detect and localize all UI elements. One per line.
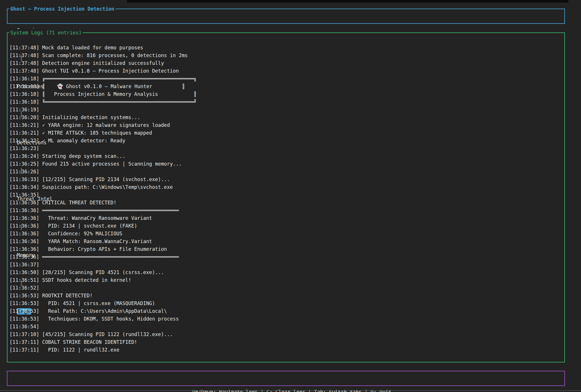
log-message: Found 215 active processes | Scanning me… [42, 161, 182, 167]
log-timestamp: [11:36:54] [9, 324, 39, 329]
log-timestamp: [11:36:20] [9, 115, 39, 120]
log-message: COBALT STRIKE BEACON IDENTIFIED! [42, 339, 137, 345]
log-list[interactable]: [11:37:48]Mock data loaded for demo purp… [9, 44, 563, 361]
log-message: [12/215] Scanning PID 2134 (svchost.exe)… [42, 176, 170, 182]
log-entry: [11:37:11] PID: 1122 | rundll32.exe [9, 346, 563, 354]
log-entry: [11:36:22]✓ ML anomaly detector: Ready [9, 137, 563, 145]
log-entry: [11:37:11]COBALT STRIKE BEACON IDENTIFIE… [9, 338, 563, 346]
log-entry: [11:36:52] [9, 284, 563, 292]
log-entry: [11:36:53]ROOTKIT DETECTED! [9, 292, 563, 300]
log-timestamp: [11:36:37] [9, 262, 39, 267]
log-timestamp: [11:36:36] [9, 223, 39, 229]
log-entry: [11:37:48]Mock data loaded for demo purp… [9, 44, 563, 52]
log-entry: [11:36:36]══════════════════════════════… [9, 207, 563, 214]
log-message: Ghost TUI v0.1.0 — Process Injection Det… [42, 68, 179, 74]
log-timestamp: [11:37:10] [9, 331, 39, 337]
log-entry: [11:36:24]Starting deep system scan... [9, 152, 563, 160]
log-entry: [11:36:54] [9, 323, 563, 331]
log-timestamp: [11:37:48] [9, 53, 39, 58]
log-timestamp: [11:36:21] [9, 122, 39, 128]
log-message: ✓ YARA engine: 12 malware signatures loa… [42, 122, 170, 128]
log-entry: [11:36:21]✓ MITRE ATT&CK: 185 techniques… [9, 129, 563, 137]
log-message: ✓ MITRE ATT&CK: 185 techniques mapped [42, 130, 152, 136]
log-entry: [11:36:25]Found 215 active processes | S… [9, 160, 563, 168]
log-entry: [11:36:36] Threat: WannaCry Ransomware V… [9, 214, 563, 222]
log-timestamp: [11:36:52] [9, 285, 39, 291]
log-entry: [11:36:26] [9, 168, 563, 176]
log-message: ╚═══════════════════════════════════════… [42, 99, 197, 105]
log-timestamp: [11:37:11] [9, 347, 39, 353]
log-timestamp: [11:36:50] [9, 269, 39, 275]
window-top-edge [127, 0, 568, 3]
log-message: ════════════════════════════════════════… [42, 254, 179, 260]
log-message: Threat: WannaCry Ransomware Variant [42, 215, 152, 221]
log-entry: [11:36:18]╚═════════════════════════════… [9, 98, 563, 106]
log-timestamp: [11:36:24] [9, 153, 39, 159]
log-timestamp: [11:37:48] [9, 60, 39, 66]
log-entry: [11:36:36] YARA Match: Ransom.WannaCry.V… [9, 238, 563, 245]
log-timestamp: [11:36:18] [9, 76, 39, 81]
log-timestamp: [11:36:26] [9, 169, 39, 174]
log-entry: [11:36:21]✓ YARA engine: 12 malware sign… [9, 121, 563, 129]
log-message: ✓ ML anomaly detector: Ready [42, 138, 125, 143]
log-entry: [11:36:20]Initializing detection systems… [9, 114, 563, 121]
log-entry: [11:37:48]Scan complete: 816 processes, … [9, 52, 563, 59]
log-timestamp: [11:36:35] [9, 192, 39, 198]
log-entry: [11:36:37] [9, 261, 563, 269]
log-timestamp: [11:36:23] [9, 145, 39, 151]
log-timestamp: [11:36:19] [9, 107, 39, 112]
log-message: Mock data loaded for demo purposes [42, 45, 143, 51]
log-timestamp: [11:36:18] [9, 99, 39, 105]
log-message: ╔═══════════════════════════════════════… [42, 76, 197, 81]
log-entry: [11:36:36] Behavior: Crypto APIs + File … [9, 245, 563, 253]
log-timestamp: [11:36:36] [9, 246, 39, 252]
log-message: CRITICAL THREAT DETECTED! [42, 200, 117, 205]
log-timestamp: [11:36:53] [9, 316, 39, 322]
log-timestamp: [11:36:36] [9, 207, 39, 213]
log-timestamp: [11:36:18] [9, 91, 39, 97]
log-timestamp: [11:36:36] [9, 200, 39, 205]
log-entry: [11:36:34]Suspicious path: C:\Windows\Te… [9, 183, 563, 191]
log-message: YARA Match: Ransom.WannaCry.Variant [42, 238, 152, 244]
log-entry: [11:36:53] PID: 4521 | csrss.exe (MASQUE… [9, 300, 563, 307]
log-timestamp: [11:36:36] [9, 238, 39, 244]
log-entry: [11:36:50][28/215] Scanning PID 4521 (cs… [9, 269, 563, 276]
log-timestamp: [11:37:11] [9, 339, 39, 345]
log-message: ROOTKIT DETECTED! [42, 293, 93, 298]
log-message: Suspicious path: C:\Windows\Temp\svchost… [42, 184, 173, 190]
log-message: Detection engine initialized successfull… [42, 60, 164, 66]
log-timestamp: [11:36:36] [9, 254, 39, 260]
log-entry: [11:37:48]Detection engine initialized s… [9, 59, 563, 67]
log-entry: [11:36:35] [9, 191, 563, 199]
log-entry: [11:36:53] Techniques: DKOM, SSDT hooks,… [9, 315, 563, 323]
log-message: ║ 👻 Ghost v0.1.0 — Malware Hunter ║ [42, 84, 185, 89]
log-timestamp: [11:36:36] [9, 231, 39, 236]
log-timestamp: [11:36:53] [9, 308, 39, 314]
log-timestamp: [11:36:25] [9, 161, 39, 167]
log-message: PID: 4521 | csrss.exe (MASQUERADING) [42, 300, 155, 306]
log-timestamp: [11:36:21] [9, 130, 39, 136]
log-message: [28/215] Scanning PID 4521 (csrss.exe)..… [42, 269, 164, 275]
log-message: Scan complete: 816 processes, 0 detectio… [42, 53, 188, 58]
log-entry: [11:36:53] Real Path: C:\Users\Admin\App… [9, 307, 563, 315]
window-bottom-edge [0, 390, 581, 391]
log-entry: [11:36:36] PID: 2134 | svchost.exe (FAKE… [9, 222, 563, 230]
log-message: Behavior: Crypto APIs + File Enumeration [42, 246, 167, 252]
log-message: Starting deep system scan... [42, 153, 125, 159]
log-message: PID: 1122 | rundll32.exe [42, 347, 119, 353]
log-entry: [11:36:23] [9, 145, 563, 152]
log-timestamp: [11:36:18] [9, 84, 39, 89]
log-timestamp: [11:36:51] [9, 277, 39, 283]
log-message: [45/215] Scanning PID 1122 (rundll32.exe… [42, 331, 173, 337]
log-message: ════════════════════════════════════════… [42, 207, 179, 213]
log-message: Confidence: 92% MALICIOUS [42, 231, 122, 236]
log-timestamp: [11:37:48] [9, 45, 39, 51]
log-message: Techniques: DKOM, SSDT hooks, Hidden pro… [42, 316, 179, 322]
tab-bar: Overview │ Processes │ Detections │ Thre… [11, 9, 563, 23]
log-timestamp: [11:36:34] [9, 184, 39, 190]
log-timestamp: [11:36:53] [9, 300, 39, 306]
log-entry: [11:36:19] [9, 106, 563, 114]
log-timestamp: [11:37:48] [9, 68, 39, 74]
logs-panel-title: System Logs (71 entries) [9, 29, 83, 37]
log-entry: [11:37:48]Ghost TUI v0.1.0 — Process Inj… [9, 67, 563, 75]
